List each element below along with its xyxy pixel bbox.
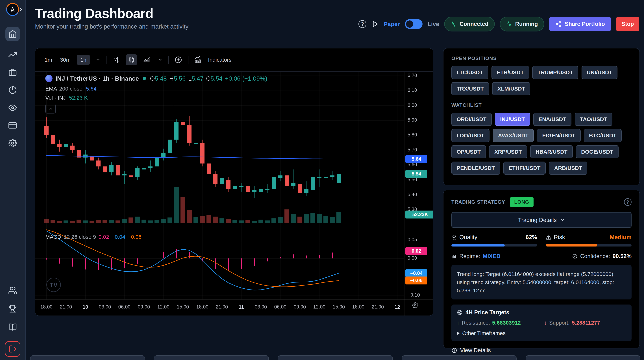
home-icon: [8, 30, 17, 38]
triangle-right-icon: [457, 331, 460, 335]
resistance-value: 5.68303912: [492, 320, 521, 326]
page-subtitle: Monitor your trading bot's performance a…: [35, 23, 188, 30]
watchlist-chip[interactable]: INJ/USDT: [495, 113, 530, 126]
risk-progress-track: [546, 244, 632, 247]
trending-up-icon: [8, 50, 17, 59]
watchlist-chip[interactable]: AVAX/USDT: [493, 129, 534, 142]
live-mode-label: Live: [428, 21, 439, 28]
toolbar-divider: [106, 56, 106, 64]
trading-details-label: Trading Details: [518, 217, 557, 223]
indicators-icon[interactable]: [193, 54, 204, 65]
stat-card[interactable]: [402, 355, 516, 360]
macd-line-value: −0.04: [112, 234, 125, 240]
toolbar-divider: [168, 56, 168, 64]
app-logo[interactable]: [6, 3, 19, 16]
regime-label: Regime:: [459, 253, 480, 260]
stat-card[interactable]: [278, 355, 392, 360]
timeframe-dropdown-chevron-icon[interactable]: [94, 56, 102, 64]
symbol-title: INJ / TetherUS · 1h · Binance: [56, 75, 139, 82]
legend-collapse-button[interactable]: [45, 104, 56, 113]
watchlist-title: WATCHLIST: [452, 102, 632, 108]
strategy-help-icon[interactable]: ?: [624, 198, 632, 206]
watchlist-chip[interactable]: OP/USDT: [452, 145, 486, 158]
help-icon[interactable]: ?: [358, 20, 366, 28]
share-portfolio-button[interactable]: Share Portfolio: [549, 17, 611, 31]
bars-chart-type-icon[interactable]: [111, 54, 122, 65]
watchlist-chip[interactable]: HBAR/USDT: [530, 145, 573, 158]
chart-type-dropdown-chevron-icon[interactable]: [156, 56, 164, 64]
watchlist-chip[interactable]: ARB/USDT: [549, 161, 587, 174]
sidebar-item-settings[interactable]: [8, 139, 17, 147]
watchlist-chip[interactable]: PENDLE/USDT: [452, 161, 500, 174]
position-chip[interactable]: TRX/USDT: [452, 82, 489, 95]
sidebar-item-payments[interactable]: [8, 121, 17, 130]
sidebar-item-docs[interactable]: [8, 323, 17, 331]
watchlist-chip[interactable]: XRP/USDT: [489, 145, 527, 158]
strategy-metrics: Quality 62% Risk Medium: [452, 234, 632, 247]
view-details-link[interactable]: View Details: [452, 347, 632, 354]
sidebar-item-watch[interactable]: [8, 103, 17, 112]
stat-card[interactable]: [154, 355, 269, 360]
stop-button[interactable]: Stop: [616, 17, 639, 31]
watchlist-chip[interactable]: ENA/USDT: [533, 113, 572, 126]
sidebar-item-logout[interactable]: [5, 341, 20, 357]
pie-chart-icon: [8, 86, 17, 94]
timeframe-1h-button[interactable]: 1h: [77, 55, 90, 65]
app-logo-inner: [7, 4, 18, 15]
watchlist-chip[interactable]: EIGEN/USDT: [537, 129, 580, 142]
confidence-value: 90.52%: [612, 253, 632, 260]
sidebar-item-performance[interactable]: [8, 50, 17, 59]
sidebar: [0, 0, 26, 360]
stat-card[interactable]: [526, 355, 640, 360]
timeframe-1m-button[interactable]: 1m: [43, 55, 54, 65]
play-icon[interactable]: [372, 21, 379, 28]
tradingview-logo-text: TV: [50, 281, 58, 288]
watchlist-chip[interactable]: DOGE/USDT: [576, 145, 618, 158]
close-value: 5.54: [210, 75, 222, 82]
tradingview-logo[interactable]: TV: [46, 278, 61, 292]
position-chip[interactable]: ETH/USDT: [492, 66, 529, 79]
sidebar-item-community[interactable]: [8, 286, 17, 295]
low-label: L: [188, 75, 192, 82]
time-axis-settings-gear-icon[interactable]: [412, 302, 418, 309]
watchlist-chip[interactable]: LDO/USDT: [452, 129, 490, 142]
position-chip[interactable]: LTC/USDT: [452, 66, 488, 79]
direction-badge: LONG: [510, 197, 534, 207]
watchlist-chip[interactable]: ORDI/USDT: [452, 113, 492, 126]
indicators-label[interactable]: Indicators: [208, 57, 232, 63]
symbol-legend[interactable]: INJ / TetherUS · 1h · Binance O5.48 H5.5…: [45, 75, 267, 82]
sidebar-item-home[interactable]: [6, 27, 20, 41]
other-timeframes-toggle[interactable]: Other Timeframes: [457, 330, 626, 336]
activity-icon: [506, 21, 512, 27]
bottom-cards-row: [30, 355, 640, 360]
sidebar-item-leaderboard[interactable]: [8, 304, 17, 313]
volume-legend[interactable]: Vol · INJ 52.23 K: [45, 95, 88, 101]
area-chart-type-icon[interactable]: [141, 54, 152, 65]
ema-legend[interactable]: EMA 200 close 5.64: [45, 86, 96, 92]
paper-live-toggle[interactable]: [405, 19, 422, 29]
watchlist-chip[interactable]: TAO/USDT: [575, 113, 612, 126]
candles-chart-type-icon[interactable]: [126, 54, 137, 65]
stat-card[interactable]: [30, 355, 145, 360]
position-chip[interactable]: UNI/USDT: [582, 66, 618, 79]
watchlist-chip[interactable]: ETHFI/USDT: [504, 161, 546, 174]
macd-legend[interactable]: MACD 12 26 close 9 0.02 −0.04 −0.06: [45, 234, 142, 240]
position-chip[interactable]: TRUMP/USDT: [532, 66, 578, 79]
sidebar-expand-button[interactable]: [18, 6, 24, 13]
bot-status-text: Running: [515, 21, 538, 27]
trading-details-button[interactable]: Trading Details: [452, 212, 632, 228]
topbar-controls: ? Paper Live Connected Running Share Por…: [358, 17, 639, 32]
confidence-label: Confidence:: [580, 253, 610, 260]
low-value: 5.47: [192, 75, 204, 82]
timeframe-30m-button[interactable]: 30m: [58, 55, 72, 65]
compare-add-icon[interactable]: [173, 54, 184, 65]
chevron-down-icon: [560, 217, 565, 223]
strategy-description: Trend long: Target (6.01164000) exceeds …: [452, 265, 632, 299]
sidebar-item-portfolio[interactable]: [8, 68, 17, 77]
watchlist-chip[interactable]: BTC/USDT: [584, 129, 622, 142]
logo-arrow-icon: [10, 6, 16, 13]
position-chip[interactable]: XLM/USDT: [492, 82, 530, 95]
resistance-pair: ↑ Resistance: 5.68303912: [457, 320, 521, 326]
sidebar-item-allocation[interactable]: [8, 86, 17, 94]
users-icon: [8, 286, 17, 294]
